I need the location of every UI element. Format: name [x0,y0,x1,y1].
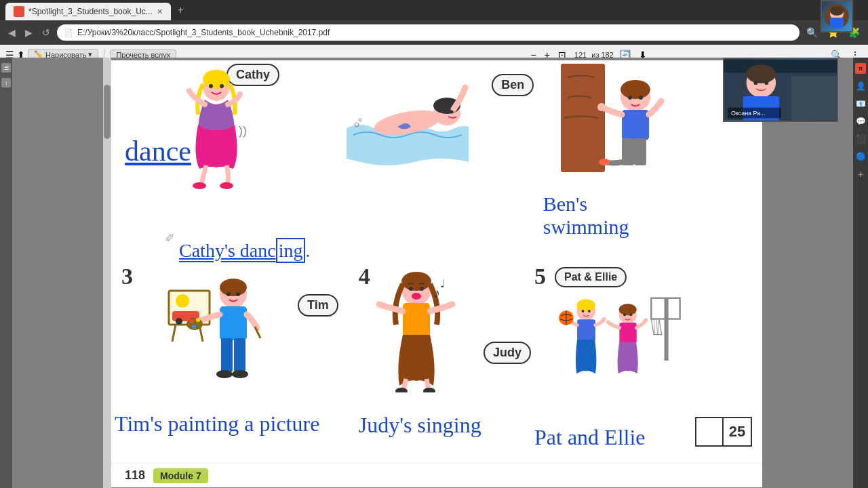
tab-favicon [14,6,24,17]
svg-point-31 [176,318,182,325]
svg-line-61 [658,319,659,335]
exercise-3: 3 [111,264,359,457]
ex4-number: 4 [359,264,370,289]
svg-text:♪: ♪ [433,285,440,300]
pdf-footer: 118 Module 7 [111,463,762,487]
svg-point-16 [450,110,453,114]
scrollbar[interactable] [103,58,111,488]
svg-point-24 [597,103,606,111]
svg-point-78 [747,64,776,83]
svg-rect-41 [221,338,233,372]
svg-rect-64 [577,319,595,341]
svg-point-54 [409,287,413,291]
svg-rect-76 [791,76,837,120]
yandex-icon[interactable]: Я [855,63,866,74]
svg-rect-42 [234,338,245,372]
ex3-number: 3 [121,264,133,289]
svg-point-72 [623,313,626,316]
top-section: dance Cathy [111,60,762,257]
svg-point-46 [236,292,240,296]
webcam-overlay: Оксана Ра... [723,58,838,122]
svg-point-68 [619,304,637,315]
col2: Ben [326,60,547,257]
patellie-illustration [555,287,690,403]
sidebar-btn-1[interactable]: 👤 [855,81,866,92]
exercise-4: 4 [359,264,534,457]
pdf-area[interactable]: dance Cathy [12,58,853,488]
svg-point-8 [209,84,213,88]
tim-name: Tim [307,298,329,312]
address-bar-row: ◀ ▶ ↺ 📄 E:/Уроки/3%20класс/Spotlight_3_S… [0,20,868,45]
pencil-icon: ✏ [161,228,179,246]
exercise-5: 5 Pat & Ellie [534,264,762,457]
svg-point-38 [196,318,200,322]
new-tab-button[interactable]: + [174,3,188,18]
svg-line-60 [656,319,658,335]
svg-rect-21 [622,110,649,140]
nav-refresh-button[interactable]: ↺ [39,26,53,39]
judy-name: Judy [493,346,521,359]
svg-rect-23 [634,138,646,165]
svg-point-71 [588,310,591,312]
sidebar-btn-5[interactable]: 🔵 [855,151,866,162]
svg-point-37 [189,319,193,323]
svg-point-56 [412,293,421,300]
svg-rect-49 [403,303,430,337]
footer-page-num: 118 [125,468,145,483]
svg-point-27 [639,96,643,100]
active-tab[interactable]: *Spotlight_3_Students_book_Uc... ✕ [5,3,171,20]
bottom-section: 3 [111,257,762,457]
svg-point-80 [753,81,757,85]
svg-text:)): )) [239,124,247,138]
left-sidebar-icon-1[interactable]: ☰ [1,63,11,73]
svg-point-70 [582,310,585,312]
tab-close-btn[interactable]: ✕ [157,7,163,16]
cathy-illustration: )) [179,67,254,189]
scrollbar-thumb[interactable] [104,85,111,139]
sidebar-btn-2[interactable]: 📧 [855,98,866,109]
tab-title: *Spotlight_3_Students_book_Uc... [28,7,153,16]
svg-point-39 [192,325,196,329]
judy-name-bubble: Judy [484,342,531,364]
svg-point-53 [423,388,435,392]
nav-back-button[interactable]: ◀ [5,26,18,39]
svg-point-34 [220,279,247,296]
address-bar[interactable]: 📄 E:/Уроки/3%20класс/Spotlight_3_Student… [57,24,800,41]
left-sidebar-icon-2[interactable]: ↕ [1,78,11,87]
svg-rect-69 [619,323,636,344]
svg-point-5 [203,70,230,89]
svg-point-3 [830,6,844,16]
search-button[interactable]: 🔍 [804,26,821,39]
pdf-page: dance Cathy [111,60,762,487]
tab-bar: *Spotlight_3_Students_book_Uc... ✕ + [0,0,868,20]
module-badge: Module 7 [153,468,208,483]
ben-name-bubble: Ben [492,74,534,96]
patellie-name: Pat & Ellie [564,271,617,283]
sidebar-btn-4[interactable]: ⬛ [855,134,866,144]
score-box: 25 [695,417,752,447]
svg-point-26 [628,96,632,100]
svg-point-48 [401,272,431,291]
judys-singing-text: Judy's singing [359,413,481,438]
svg-text:♩: ♩ [440,278,446,289]
svg-rect-57 [665,298,669,361]
svg-point-45 [226,292,231,296]
svg-line-59 [654,319,655,335]
svg-point-81 [764,81,768,85]
ben-name: Ben [501,78,524,92]
browser-chrome: *Spotlight_3_Students_book_Uc... ✕ + ◀ ▶… [0,0,868,58]
tim-name-bubble: Tim [298,294,338,317]
sidebar-btn-3[interactable]: 💬 [855,116,866,127]
nav-forward-button[interactable]: ▶ [22,26,35,39]
ex5-number: 5 [534,264,546,289]
col1: dance Cathy [111,60,326,257]
pat-and-ellie-text: Pat and Ellie [534,425,646,450]
svg-point-12 [359,119,361,121]
svg-text:Оксана Ра...: Оксана Ра... [731,110,766,117]
left-sidebar: ☰ ↕ [0,58,12,488]
svg-point-25 [599,159,610,165]
ben-illustration [347,74,469,176]
sidebar-add-btn[interactable]: + [855,169,866,180]
svg-rect-35 [220,306,247,340]
tim-illustration [165,274,267,396]
